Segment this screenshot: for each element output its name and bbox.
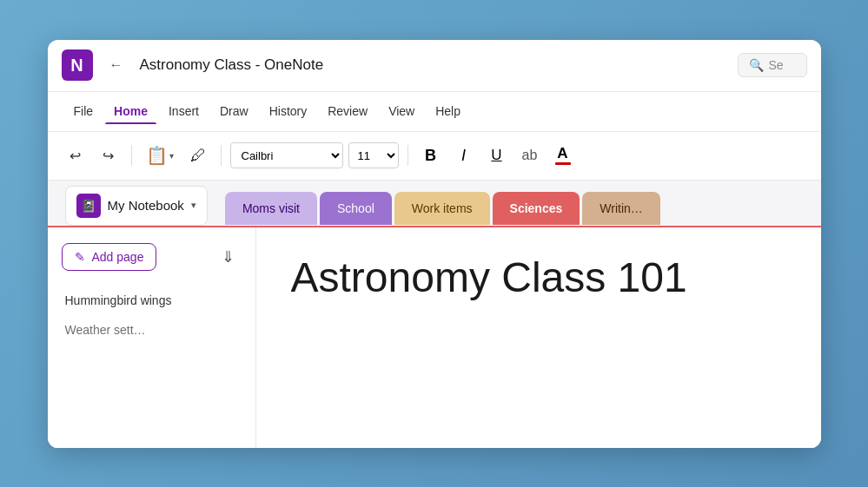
- font-color-letter: A: [557, 146, 567, 161]
- note-content: Astronomy Class 101: [256, 227, 821, 448]
- window-title: Astronomy Class - OneNote: [140, 56, 727, 74]
- search-placeholder: Se: [769, 58, 784, 72]
- tab-writing[interactable]: Writin…: [582, 192, 660, 225]
- menu-help[interactable]: Help: [427, 99, 469, 123]
- menu-view[interactable]: View: [380, 99, 423, 123]
- toolbar: ↩ ↪ 📋 ▾ 🖊 Cailbri 11 B I U ab A: [48, 132, 821, 181]
- sort-button[interactable]: ⇓: [215, 244, 242, 270]
- tab-moms-visit[interactable]: Moms visit: [225, 192, 317, 225]
- notebook-name: My Notebook: [108, 198, 184, 213]
- onenote-logo-icon: N: [62, 49, 93, 81]
- clipboard-dropdown-arrow: ▾: [169, 151, 174, 161]
- undo-button[interactable]: ↩: [62, 141, 89, 169]
- font-color-button[interactable]: A: [549, 141, 577, 169]
- notebook-section: 📓 My Notebook ▾ Moms visit School Work i…: [48, 181, 821, 448]
- tab-school[interactable]: School: [320, 192, 392, 225]
- add-page-icon: ✎: [75, 250, 85, 264]
- sidebar: ✎ Add page ⇓ Hummingbird wings Weather s…: [48, 227, 256, 448]
- highlighter-icon: 🖊: [190, 147, 206, 165]
- bold-button[interactable]: B: [417, 141, 445, 169]
- highlighter-button[interactable]: 🖊: [184, 141, 212, 169]
- notebook-chevron-icon: ▾: [191, 200, 196, 211]
- back-button[interactable]: ←: [103, 52, 129, 78]
- title-bar: N ← Astronomy Class - OneNote 🔍 Se: [48, 40, 821, 92]
- tab-sciences[interactable]: Sciences: [493, 192, 580, 225]
- main-content: ✎ Add page ⇓ Hummingbird wings Weather s…: [48, 226, 821, 448]
- font-color-underline-indicator: [555, 162, 571, 165]
- notebook-icon: 📓: [76, 194, 101, 218]
- redo-button[interactable]: ↪: [95, 141, 123, 169]
- page-list: Hummingbird wings Weather sett…: [48, 281, 255, 347]
- add-page-button[interactable]: ✎ Add page: [62, 243, 157, 271]
- add-page-label: Add page: [92, 250, 144, 264]
- font-size-select[interactable]: 11: [348, 142, 399, 168]
- note-title: Astronomy Class 101: [291, 253, 786, 301]
- strikethrough-button[interactable]: ab: [516, 141, 544, 169]
- search-box[interactable]: 🔍 Se: [738, 53, 807, 77]
- list-item[interactable]: Hummingbird wings: [48, 285, 255, 316]
- toolbar-separator-3: [407, 145, 408, 166]
- sort-icon: ⇓: [222, 247, 235, 267]
- italic-button[interactable]: I: [450, 141, 478, 169]
- list-item[interactable]: Weather sett…: [48, 316, 255, 344]
- notebook-title-area[interactable]: 📓 My Notebook ▾: [65, 186, 208, 226]
- search-icon: 🔍: [749, 58, 764, 72]
- tab-work-items[interactable]: Work items: [394, 192, 490, 225]
- toolbar-separator-2: [221, 145, 222, 166]
- clipboard-button[interactable]: 📋 ▾: [141, 141, 179, 169]
- menu-review[interactable]: Review: [319, 99, 376, 123]
- menu-insert[interactable]: Insert: [160, 99, 208, 123]
- menu-history[interactable]: History: [261, 99, 316, 123]
- menu-bar: File Home Insert Draw History Review Vie…: [48, 92, 821, 132]
- menu-home[interactable]: Home: [105, 99, 156, 123]
- add-page-area: ✎ Add page ⇓: [48, 238, 255, 281]
- font-family-select[interactable]: Cailbri: [230, 142, 343, 168]
- app-window: N ← Astronomy Class - OneNote 🔍 Se File …: [48, 40, 821, 448]
- underline-button[interactable]: U: [483, 141, 511, 169]
- toolbar-separator-1: [131, 145, 132, 166]
- menu-file[interactable]: File: [65, 99, 103, 123]
- menu-draw[interactable]: Draw: [211, 99, 257, 123]
- tabs-row: Moms visit School Work items Sciences Wr…: [225, 187, 660, 225]
- clipboard-icon: 📋: [146, 145, 168, 166]
